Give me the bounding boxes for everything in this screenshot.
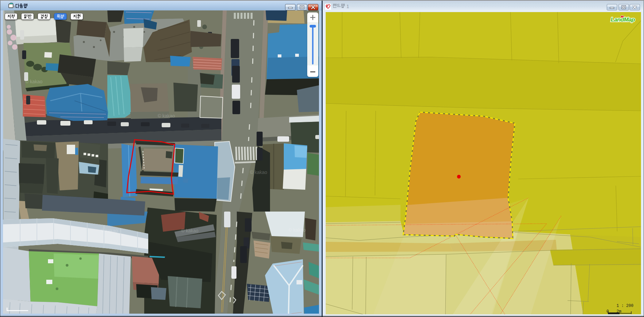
svg-text:© kakao: © kakao [101, 228, 118, 233]
svg-text:© kakao: © kakao [158, 113, 175, 119]
svg-text:© kakao: © kakao [25, 79, 43, 84]
svg-text:1 : 200: 1 : 200 [616, 304, 633, 308]
svg-text:© kakao: © kakao [181, 228, 199, 233]
svg-text:© kakao: © kakao [250, 170, 267, 175]
svg-text:1: 1 [346, 4, 349, 9]
svg-text:© kakao: © kakao [288, 227, 306, 233]
